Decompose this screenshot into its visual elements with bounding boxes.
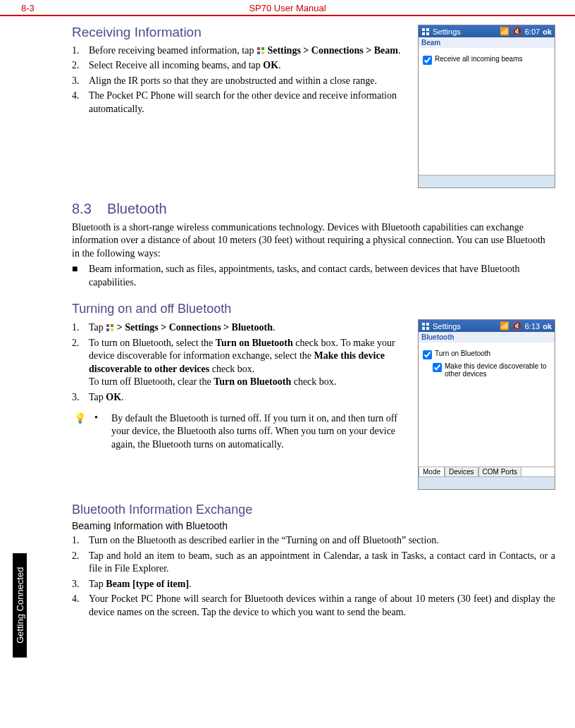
- page-number: 8-3: [21, 3, 35, 13]
- tip-note: 💡 • By default the Bluetooth is turned o…: [72, 412, 407, 451]
- svg-rect-14: [422, 327, 425, 330]
- bluetooth-steps: 1. Tap > Settings > Connections > Blueto…: [72, 321, 407, 404]
- sip-bar: [419, 175, 555, 187]
- sip-bar: [419, 476, 555, 489]
- screenshot-bluetooth-settings: Settings 📶 🔇 6:13 ok Bluetooth Turn on B…: [418, 319, 555, 490]
- list-item: 4. Your Pocket PC Phone will search for …: [72, 593, 555, 619]
- manual-title: SP70 User Manual: [249, 3, 326, 13]
- svg-rect-12: [422, 323, 425, 326]
- speaker-icon: 🔇: [512, 27, 522, 36]
- svg-rect-10: [106, 328, 109, 331]
- receive-beams-checkbox[interactable]: Receive all incoming beams: [423, 55, 550, 65]
- svg-rect-1: [261, 47, 264, 50]
- heading-bluetooth: 8.3 Bluetooth: [72, 201, 555, 217]
- list-item: 3. Tap Beam [type of item].: [72, 578, 555, 591]
- svg-rect-2: [257, 51, 260, 54]
- chapter-tab: Getting Connected: [13, 553, 27, 658]
- speaker-icon: 🔇: [512, 321, 522, 331]
- clock-time: 6:13: [525, 322, 540, 331]
- svg-rect-5: [426, 28, 429, 31]
- subhead-beaming-bt: Beaming Information with Bluetooth: [72, 520, 555, 531]
- list-item: ■ Beam information, such as files, appoi…: [72, 263, 555, 289]
- clock-time: 6:07: [525, 27, 540, 36]
- svg-rect-3: [261, 51, 264, 54]
- svg-rect-13: [426, 323, 429, 326]
- svg-rect-4: [422, 28, 425, 31]
- tab-devices[interactable]: Devices: [445, 467, 478, 476]
- svg-rect-7: [426, 32, 429, 35]
- bluetooth-uses-list: ■ Beam information, such as files, appoi…: [72, 263, 555, 289]
- screenshot-subtitle: Bluetooth: [419, 332, 555, 343]
- list-item: 3. Tap OK.: [72, 391, 407, 404]
- screenshot-beam-settings: Settings 📶 🔇 6:07 ok Beam Receive all in…: [418, 25, 555, 188]
- screenshot-titlebar: Settings 📶 🔇 6:07 ok: [419, 25, 555, 37]
- svg-rect-9: [111, 324, 113, 327]
- list-item: 2. To turn on Bluetooth, select the Turn…: [72, 337, 407, 389]
- list-item: 2. Select Receive all incoming beams, an…: [72, 59, 407, 72]
- start-icon: [421, 322, 430, 331]
- start-icon: [421, 27, 430, 36]
- list-item: 1. Before receiving beamed information, …: [72, 44, 407, 57]
- start-icon: [256, 46, 265, 54]
- lightbulb-icon: 💡: [72, 412, 87, 451]
- turn-on-bluetooth-checkbox[interactable]: Turn on Bluetooth: [423, 350, 550, 359]
- heading-turning-bluetooth: Turning on and off Bluetooth: [72, 302, 555, 316]
- svg-rect-15: [426, 327, 429, 330]
- list-item: 2. Tap and hold an item to beam, such as…: [72, 550, 555, 576]
- start-icon: [106, 323, 114, 331]
- svg-rect-8: [106, 324, 109, 327]
- list-item: 4. The Pocket PC Phone will search for t…: [72, 90, 407, 116]
- bluetooth-intro: Bluetooth is a short-range wireless comm…: [72, 221, 555, 260]
- signal-icon: 📶: [500, 27, 509, 36]
- heading-receiving-information: Receiving Information: [72, 25, 407, 40]
- receiving-info-steps: 1. Before receiving beamed information, …: [72, 44, 407, 116]
- bt-beaming-steps: 1. Turn on the Bluetooth as described ea…: [72, 534, 555, 619]
- heading-bt-info-exchange: Bluetooth Information Exchange: [72, 502, 555, 517]
- list-item: 1. Tap > Settings > Connections > Blueto…: [72, 321, 407, 334]
- signal-icon: 📶: [500, 321, 509, 331]
- tab-com-ports[interactable]: COM Ports: [478, 467, 521, 476]
- page-header: 8-3 SP70 User Manual: [0, 0, 575, 15]
- svg-rect-6: [422, 32, 425, 35]
- list-item: 1. Turn on the Bluetooth as described ea…: [72, 534, 555, 547]
- ok-button[interactable]: ok: [543, 322, 552, 331]
- list-item: 3. Align the IR ports so that they are u…: [72, 75, 407, 87]
- discoverable-checkbox[interactable]: Make this device discoverable to other d…: [433, 362, 550, 378]
- screenshot-titlebar: Settings 📶 🔇 6:13 ok: [419, 320, 555, 332]
- svg-rect-11: [111, 328, 113, 331]
- ok-button[interactable]: ok: [543, 27, 552, 36]
- svg-rect-0: [257, 47, 260, 50]
- tab-mode[interactable]: Mode: [419, 467, 445, 476]
- screenshot-subtitle: Beam: [419, 37, 555, 48]
- screenshot-tabs: Mode Devices COM Ports: [419, 467, 555, 476]
